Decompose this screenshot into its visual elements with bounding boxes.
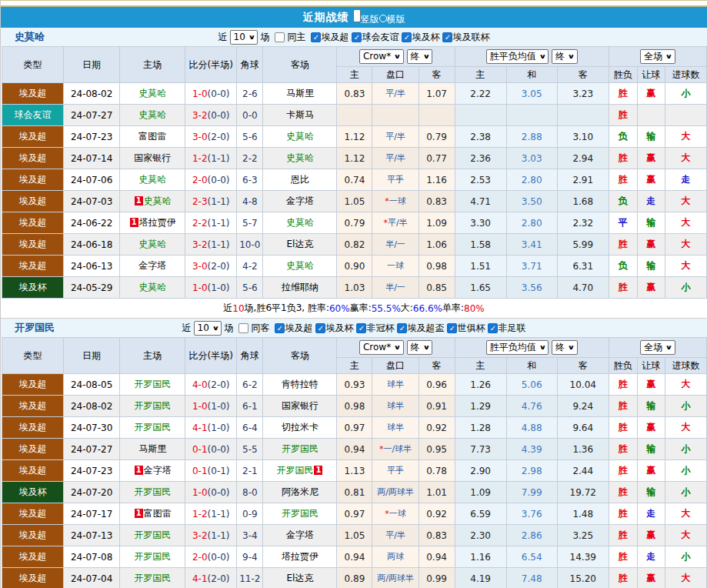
- avg-source-select[interactable]: 胜平负均值∨: [486, 49, 549, 64]
- odds-home-cell: 0.82: [337, 234, 372, 256]
- corner-cell: 2-6: [237, 83, 263, 105]
- layout-radio-horizontal[interactable]: [379, 15, 387, 22]
- chevron-down-icon: ∨: [394, 344, 402, 351]
- league-checkbox[interactable]: ✓: [442, 32, 452, 42]
- avg-source-select[interactable]: 胜平负均值∨: [486, 340, 549, 355]
- league-checkbox[interactable]: ✓: [402, 32, 412, 42]
- date-cell: 24-07-27: [64, 105, 120, 126]
- col-header-away: 客场: [263, 338, 337, 374]
- league-checkbox[interactable]: ✓: [311, 32, 321, 42]
- match-count-select[interactable]: 10 ∨: [230, 30, 258, 45]
- match-row: 埃及超24-07-13开罗国民3-2(1-1)3-4金字塔1.05平/半0.83…: [2, 525, 707, 546]
- corner-cell: 5-6: [237, 126, 263, 148]
- odds-final-select[interactable]: 终∨: [407, 49, 433, 64]
- home-team-cell: 开罗国民: [120, 374, 185, 396]
- scope-select[interactable]: 全场∨: [640, 49, 675, 64]
- avg-draw-cell: 7.99: [506, 482, 557, 503]
- avg-final-select[interactable]: 终∨: [552, 49, 578, 64]
- odds-source-select[interactable]: Crow*∨: [359, 49, 404, 64]
- same-venue-checkbox[interactable]: [238, 323, 248, 333]
- score-cell: 2-3(1-1): [185, 191, 237, 212]
- result-cell: 胜: [609, 277, 637, 299]
- match-count-select[interactable]: 10 ∨: [194, 321, 222, 336]
- handicap-result-cell: 赢: [637, 374, 665, 396]
- date-cell: 24-06-22: [64, 212, 120, 234]
- corner-cell: 2-1: [237, 460, 263, 482]
- league-filters: ✓埃及超✓埃及杯✓非冠杯✓埃及超盃✓世俱杯✓非足联: [272, 322, 525, 335]
- handicap-result-cell: 输: [637, 126, 665, 148]
- home-team-cell: 金字塔: [120, 256, 185, 277]
- league-checkbox[interactable]: ✓: [397, 323, 407, 333]
- avg-away-cell: 3.23: [557, 83, 609, 105]
- odds-away-cell: 0.96: [419, 374, 455, 396]
- avg-home-cell: 1.58: [455, 234, 506, 256]
- fulltime-score: 0-1: [192, 466, 208, 476]
- odds-final-select[interactable]: 终∨: [407, 340, 433, 355]
- sub-header-handicap: 盘口: [372, 358, 419, 374]
- home-team-cell: 史莫哈: [120, 105, 185, 126]
- chevron-down-icon: ∨: [422, 344, 430, 351]
- corner-cell: 11-2: [237, 568, 263, 588]
- away-team-cell: 史莫哈: [263, 212, 337, 234]
- league-checkbox[interactable]: ✓: [356, 323, 366, 333]
- league-checkbox[interactable]: ✓: [352, 32, 362, 42]
- score-cell: 3-2(1-1): [185, 234, 237, 256]
- result-cell: 平: [609, 212, 637, 234]
- col-header-date: 日期: [64, 338, 120, 374]
- team-label: 开罗国民: [282, 443, 318, 454]
- odds-away-cell: 1.16: [419, 169, 455, 191]
- same-venue-checkbox[interactable]: [275, 32, 285, 42]
- league-type-cell: 埃及超: [2, 169, 64, 191]
- avg-draw-cell: 5.06: [506, 374, 557, 396]
- result-cell: 胜: [609, 83, 637, 105]
- summary-text: 场,胜6平1负3, 胜率:: [245, 302, 329, 315]
- odds-away-cell: 1.07: [419, 83, 455, 105]
- summary-text: 大:: [401, 302, 413, 315]
- league-checkbox[interactable]: ✓: [488, 323, 498, 333]
- away-team-cell: 金字塔: [263, 525, 337, 546]
- team-label: 富图雷: [144, 508, 172, 519]
- corner-cell: 6-4: [237, 417, 263, 439]
- league-type-cell: 埃及超: [2, 374, 64, 396]
- scope-select[interactable]: 全场∨: [640, 340, 675, 355]
- odds-handicap-cell: 球半: [372, 417, 419, 439]
- odds-home-cell: [337, 105, 372, 126]
- team-label: 肯特拉特: [282, 379, 318, 389]
- avg-draw-cell: 3.03: [506, 148, 557, 169]
- avg-home-cell: 6.59: [455, 503, 506, 525]
- date-cell: 24-07-03: [64, 191, 120, 212]
- avg-away-cell: 6.31: [557, 256, 609, 277]
- odds-away-cell: 0.91: [419, 396, 455, 417]
- odds-home-cell: 0.81: [337, 482, 372, 503]
- odds-source-select[interactable]: Crow*∨: [359, 340, 404, 355]
- fulltime-score: 1-2: [192, 509, 208, 520]
- handicap-result-cell: 赢: [637, 277, 665, 299]
- league-type-cell: 埃及超: [2, 503, 64, 525]
- league-type-cell: 球会友谊: [2, 105, 64, 126]
- league-checkbox[interactable]: ✓: [315, 323, 325, 333]
- league-checkbox[interactable]: ✓: [447, 323, 457, 333]
- match-row: 埃及超24-08-02史莫哈1-0(0-0)2-6马斯里0.83平/半1.072…: [2, 83, 707, 105]
- team-label: 开罗国民: [134, 379, 171, 389]
- chevron-down-icon: ∨: [248, 34, 255, 41]
- layout-radio-label[interactable]: 竖版: [361, 14, 379, 25]
- odds-home-cell: 0.83: [337, 83, 372, 105]
- avg-final-select[interactable]: 终∨: [552, 340, 578, 355]
- fulltime-score: 2-0: [192, 552, 208, 563]
- date-cell: 24-05-29: [64, 277, 120, 299]
- odds-away-cell: 1.06: [419, 234, 455, 256]
- home-team-cell: 1金字塔: [120, 460, 185, 482]
- league-checkbox-label: 埃及杯: [325, 322, 353, 333]
- summary-row: 近10场,胜6平1负3, 胜率:60% 赢率:55.5% 大:66.6% 单率:…: [1, 299, 707, 319]
- date-cell: 24-07-08: [64, 546, 120, 568]
- result-cell: 负: [609, 191, 637, 212]
- team-label: 开罗国民: [134, 422, 171, 433]
- halftime-score: (0-0): [208, 110, 230, 121]
- league-checkbox[interactable]: ✓: [275, 323, 285, 333]
- layout-radio-vertical[interactable]: [353, 9, 361, 22]
- col-header-corner: 角球: [237, 47, 263, 83]
- result-cell: 胜: [609, 105, 637, 126]
- team-label: 开罗国民: [282, 508, 318, 519]
- layout-radio-label[interactable]: 横版: [387, 14, 405, 25]
- fulltime-score: 3-2: [192, 239, 208, 250]
